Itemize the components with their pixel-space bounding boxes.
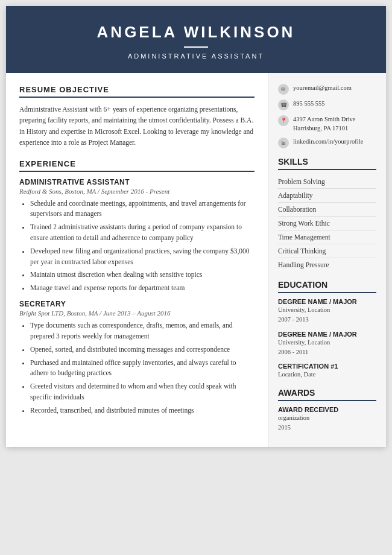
skill-item: Problem Solving <box>278 175 376 189</box>
edu-institution-2: University, Location <box>278 338 376 347</box>
objective-text: Administrative Assistant with 6+ years o… <box>19 104 254 148</box>
award-org-1: organization <box>278 413 376 423</box>
bullet-item: Schedule and coordinate meetings, appoin… <box>30 198 254 220</box>
edu-degree-1: DEGREE NAME / MAJOR <box>278 298 376 305</box>
contact-address: 📍 4397 Aaron Smith DriveHarrisburg, PA 1… <box>278 115 376 133</box>
experience-section: EXPERIENCE ADMINISTRATIVE ASSISTANT Redf… <box>19 159 254 416</box>
header-divider <box>184 46 208 48</box>
bullet-item: Type documents such as correspondence, d… <box>30 320 254 342</box>
contact-email: ✉ youremail@gmail.com <box>278 84 376 95</box>
bullet-item: Manage travel and expense reports for de… <box>30 283 254 294</box>
bullet-item: Maintain utmost discretion when dealing … <box>30 270 254 281</box>
phone-text: 895 555 555 <box>293 100 325 109</box>
linkedin-text: linkedin.com/in/yourprofile <box>293 138 363 147</box>
resume-body: RESUME OBJECTIVE Administrative Assistan… <box>6 73 386 447</box>
candidate-name: ANGELA WILKINSON <box>18 23 374 42</box>
email-text: youremail@gmail.com <box>293 84 352 93</box>
objective-title: RESUME OBJECTIVE <box>19 85 254 98</box>
bullet-item: Recorded, transcribed, and distributed m… <box>30 405 254 416</box>
skill-item: Time Management <box>278 230 376 244</box>
job-title-1: ADMINISTRATIVE ASSISTANT <box>19 178 254 186</box>
skill-item: Handling Pressure <box>278 258 376 271</box>
education-section: EDUCATION DEGREE NAME / MAJOR University… <box>278 280 376 379</box>
objective-section: RESUME OBJECTIVE Administrative Assistan… <box>19 85 254 148</box>
skill-item: Adaptability <box>278 189 376 203</box>
job-bullets-2: Type documents such as correspondence, d… <box>19 320 254 416</box>
edu-entry-1: DEGREE NAME / MAJOR University, Location… <box>278 298 376 325</box>
skill-item: Collaboration <box>278 203 376 217</box>
edu-institution-3: Location, Date <box>278 370 376 379</box>
bullet-item: Developed new filing and organizational … <box>30 246 254 268</box>
education-title: EDUCATION <box>278 280 376 293</box>
contact-linkedin: in linkedin.com/in/yourprofile <box>278 138 376 148</box>
job-entry-2: SECRETARY Bright Spot LTD, Boston, MA / … <box>19 300 254 416</box>
bullet-item: Greeted visitors and determined to whom … <box>30 381 254 403</box>
awards-section: AWARDS AWARD RECEIVED organization 2015 <box>278 388 376 433</box>
edu-degree-2: DEGREE NAME / MAJOR <box>278 331 376 338</box>
award-year-1: 2015 <box>278 423 376 433</box>
resume-header: ANGELA WILKINSON ADMINISTRATIVE ASSISTAN… <box>6 6 386 73</box>
contact-section: ✉ youremail@gmail.com ☎ 895 555 555 📍 43… <box>278 84 376 148</box>
awards-title: AWARDS <box>278 388 376 401</box>
job-entry-1: ADMINISTRATIVE ASSISTANT Redford & Sons,… <box>19 178 254 294</box>
skill-item: Critical Thinking <box>278 244 376 258</box>
location-icon: 📍 <box>278 115 289 126</box>
job-bullets-1: Schedule and coordinate meetings, appoin… <box>19 198 254 294</box>
side-column: ✉ youremail@gmail.com ☎ 895 555 555 📍 43… <box>268 73 386 447</box>
skills-title: SKILLS <box>278 157 376 170</box>
job-meta-1: Redford & Sons, Boston, MA / September 2… <box>19 188 254 195</box>
edu-entry-2: DEGREE NAME / MAJOR University, Location… <box>278 331 376 357</box>
address-text: 4397 Aaron Smith DriveHarrisburg, PA 171… <box>293 115 356 133</box>
main-column: RESUME OBJECTIVE Administrative Assistan… <box>6 73 268 447</box>
experience-title: EXPERIENCE <box>19 159 254 172</box>
bullet-item: Purchased and maintained office supply i… <box>30 358 254 379</box>
edu-institution-1: University, Location <box>278 305 376 315</box>
email-icon: ✉ <box>278 84 289 95</box>
contact-phone: ☎ 895 555 555 <box>278 100 376 110</box>
award-entry-1: AWARD RECEIVED organization 2015 <box>278 406 376 433</box>
edu-entry-3: CERTIFICATION #1 Location, Date <box>278 363 376 379</box>
bullet-item: Trained 2 administrative assistants duri… <box>30 222 254 244</box>
linkedin-icon: in <box>278 138 289 148</box>
job-title-2: SECRETARY <box>19 300 254 308</box>
bullet-item: Opened, sorted, and distributed incoming… <box>30 344 254 355</box>
skill-item: Strong Work Ethic <box>278 217 376 230</box>
edu-years-2: 2006 - 2011 <box>278 347 376 357</box>
edu-degree-3: CERTIFICATION #1 <box>278 363 376 370</box>
award-title-1: AWARD RECEIVED <box>278 406 376 413</box>
phone-icon: ☎ <box>278 100 289 110</box>
job-meta-2: Bright Spot LTD, Boston, MA / June 2013 … <box>19 309 254 317</box>
candidate-title: ADMINISTRATIVE ASSISTANT <box>18 52 374 60</box>
skills-section: SKILLS Problem Solving Adaptability Coll… <box>278 157 376 271</box>
resume-container: ANGELA WILKINSON ADMINISTRATIVE ASSISTAN… <box>6 6 386 447</box>
edu-years-1: 2007 - 2013 <box>278 315 376 325</box>
